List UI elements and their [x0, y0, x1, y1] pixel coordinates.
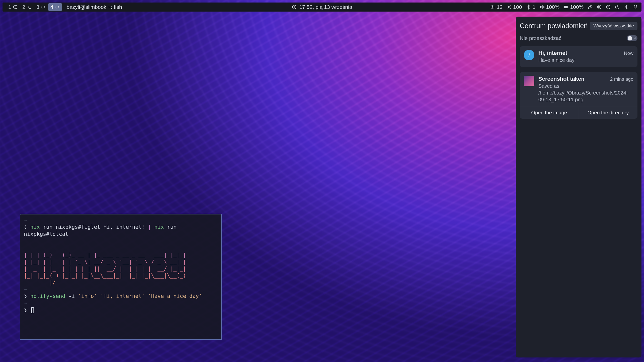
notification-title: Screenshot taken [538, 76, 584, 82]
tray-record-icon[interactable] [597, 5, 602, 10]
prompt-indicator: ❨ [24, 224, 27, 230]
cmd-nix: nix [30, 224, 40, 230]
cursor [31, 307, 34, 313]
tray-brightness-value: 100 [513, 4, 522, 10]
tray-volume[interactable]: 100% [540, 4, 560, 10]
system-tray: 12 100 1 100% 100% [490, 4, 638, 10]
notification-title: Hi, internet [538, 50, 567, 56]
loader-icon [490, 5, 495, 10]
clock-text: 17:52, pią 13 września [299, 4, 352, 10]
volume-icon [540, 5, 545, 10]
tray-misc[interactable]: 12 [490, 4, 502, 10]
cmd-string: 'info' [78, 293, 97, 299]
cmd-string: 'Have a nice day' [148, 293, 202, 299]
prompt-indicator: ❯ [24, 293, 27, 299]
tray-bt-secondary-icon[interactable] [624, 5, 629, 10]
tray-battery[interactable]: 100% [564, 4, 584, 10]
tray-help-icon[interactable] [606, 5, 611, 10]
do-not-disturb-label: Nie przeszkadzać [520, 35, 561, 41]
tray-volume-value: 100% [546, 4, 560, 10]
link-icon [588, 5, 593, 10]
workspace-1-num: 1 [8, 4, 11, 10]
svg-point-3 [508, 6, 510, 8]
clock[interactable]: 17:52, pią 13 września [292, 4, 352, 10]
svg-rect-7 [599, 7, 600, 8]
tray-battery-value: 100% [570, 4, 584, 10]
workspace-2[interactable]: 2 [20, 3, 34, 11]
tray-power-icon[interactable] [615, 5, 620, 10]
workspace-4-num: 4 [50, 4, 53, 10]
terminal-line-2: ❯ notify-send -i 'info' 'Hi, internet' '… [24, 293, 218, 300]
workspace-4[interactable]: 4 [48, 3, 62, 11]
notification-card[interactable]: Screenshot taken 2 mins ago Saved as /ho… [520, 72, 637, 119]
notification-center-title: Centrum powiadomień [520, 22, 588, 30]
cmd-run: run [43, 224, 53, 230]
workspace-2-num: 2 [22, 4, 25, 10]
notification-body: Saved as /home/bazyli/Obrazy/Screenshots… [538, 83, 633, 103]
notification-card[interactable]: i Hi, internet Now Have a nice day [520, 46, 637, 67]
notification-body: Have a nice day [538, 57, 633, 64]
bell-icon [633, 5, 638, 10]
workspace-3[interactable]: 3 [34, 3, 48, 11]
notification-time: Now [624, 51, 633, 56]
terminal-tilde: ~ [24, 286, 218, 293]
battery-icon [564, 5, 569, 10]
top-bar: 1 2 3 4 bazyli@slimbook ~: fish 17:52 [3, 3, 641, 12]
terminal-line-1: ❨ nix run nixpkgs#figlet Hi, internet! |… [24, 224, 218, 238]
cmd-run: run [167, 224, 177, 230]
svg-point-2 [492, 7, 493, 8]
open-directory-button[interactable]: Open the directory [579, 107, 638, 119]
clear-all-button[interactable]: Wyczyść wszystkie [590, 22, 637, 30]
bluetooth-icon [526, 5, 531, 10]
open-image-button[interactable]: Open the image [520, 107, 579, 119]
terminal-icon [27, 5, 32, 10]
code-icon [55, 5, 60, 10]
info-icon: i [524, 50, 534, 60]
power-icon [615, 5, 620, 10]
svg-point-6 [597, 5, 601, 9]
tray-bluetooth[interactable]: 1 [526, 4, 536, 10]
prompt-indicator: ❯ [24, 307, 27, 313]
cmd-notify-send: notify-send [30, 293, 65, 299]
tray-brightness[interactable]: 100 [507, 4, 522, 10]
tray-link-icon[interactable] [588, 5, 593, 10]
screenshot-thumbnail-icon [524, 76, 534, 86]
terminal-window[interactable]: ~ ❨ nix run nixpkgs#figlet Hi, internet!… [20, 214, 222, 340]
notification-time: 2 mins ago [610, 76, 633, 82]
do-not-disturb-toggle[interactable] [627, 35, 637, 41]
clock-icon [292, 5, 297, 10]
terminal-tilde: ~ [24, 300, 218, 307]
cmd-arg: nixpkgs#figlet Hi, internet! [56, 224, 145, 230]
cmd-nix: nix [154, 224, 164, 230]
bluetooth-icon [624, 5, 629, 10]
workspace-1[interactable]: 1 [6, 3, 20, 11]
stop-circle-icon [597, 5, 602, 10]
notification-center-panel: Centrum powiadomień Wyczyść wszystkie Ni… [516, 17, 641, 357]
tray-bluetooth-value: 1 [533, 4, 536, 10]
pipe-symbol: | [148, 224, 151, 230]
window-title: bazyli@slimbook ~: fish [67, 4, 122, 10]
tray-bell-icon[interactable] [633, 5, 638, 10]
terminal-tilde: ~ [24, 217, 218, 224]
cmd-arg: nixpkgs#lolcat [24, 231, 68, 237]
cmd-flag: -i [68, 293, 75, 299]
cmd-string: 'Hi, internet' [100, 293, 145, 299]
figlet-output: _ _ _ _ _ _ _ | | | (_) (_)_ __ | |_ ___… [24, 238, 218, 286]
workspace-3-num: 3 [36, 4, 39, 10]
workspace-list: 1 2 3 4 [6, 3, 62, 11]
help-circle-icon [606, 5, 611, 10]
tray-misc-value: 12 [497, 4, 502, 10]
code-icon [41, 5, 46, 10]
terminal-line-3: ❯ [24, 307, 218, 313]
globe-icon [13, 5, 18, 10]
svg-rect-5 [565, 7, 568, 8]
sun-icon [507, 5, 512, 10]
